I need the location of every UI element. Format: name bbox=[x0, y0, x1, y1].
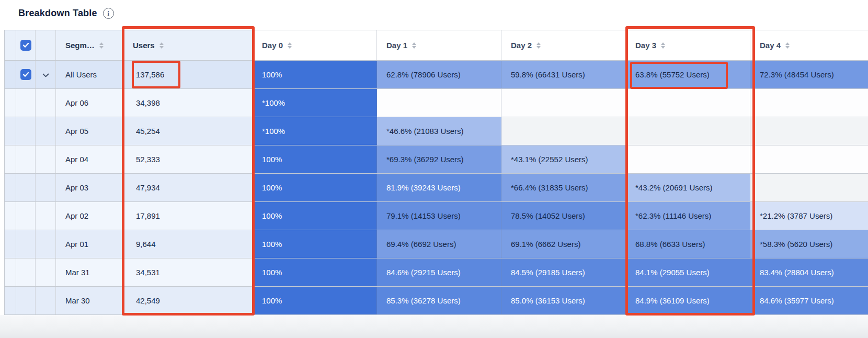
retention-cell-day0[interactable]: *100% bbox=[253, 117, 377, 145]
day2-column-header[interactable]: Day 2 bbox=[501, 30, 626, 60]
sort-icon bbox=[785, 42, 790, 49]
retention-cell-day4[interactable]: 83.4% (28804 Users) bbox=[750, 258, 868, 286]
segment-cell[interactable]: Mar 31 bbox=[56, 258, 123, 286]
row-select-cell bbox=[16, 287, 36, 314]
retention-cell-day0[interactable]: 100% bbox=[253, 287, 377, 314]
retention-cell-day0[interactable]: 100% bbox=[253, 202, 377, 230]
row-gutter bbox=[5, 145, 16, 173]
retention-cell-day0[interactable]: 100% bbox=[253, 230, 377, 258]
segment-cell[interactable]: Apr 03 bbox=[56, 174, 123, 201]
retention-cell-day3[interactable]: *62.3% (11146 Users) bbox=[626, 202, 750, 230]
day1-column-header[interactable]: Day 1 bbox=[377, 30, 501, 60]
retention-cell-day2 bbox=[501, 117, 626, 145]
row-gutter bbox=[5, 202, 16, 230]
sort-up-arrow bbox=[159, 42, 164, 45]
retention-cell-day4 bbox=[750, 117, 868, 145]
row-select-cell bbox=[16, 61, 36, 88]
retention-cell-day3[interactable]: 63.8% (55752 Users) bbox=[626, 61, 750, 88]
sort-icon bbox=[99, 42, 104, 49]
row-gutter bbox=[5, 30, 16, 60]
sort-down-arrow bbox=[785, 46, 790, 49]
row-select-cell bbox=[16, 89, 36, 117]
retention-cell-day2[interactable]: *43.1% (22552 Users) bbox=[501, 145, 626, 173]
retention-cell-day3 bbox=[626, 117, 750, 145]
retention-cell-day0[interactable]: 100% bbox=[253, 145, 377, 173]
users-cell: 9,644 bbox=[123, 230, 253, 258]
row-expand-cell bbox=[36, 145, 56, 173]
users-cell: 34,398 bbox=[123, 89, 253, 117]
retention-cell-day4[interactable]: 72.3% (48454 Users) bbox=[750, 61, 868, 88]
row-select-cell bbox=[16, 202, 36, 230]
retention-cell-day1[interactable]: *46.6% (21083 Users) bbox=[377, 117, 501, 145]
row-expand-cell bbox=[36, 230, 56, 258]
sort-up-arrow bbox=[536, 42, 541, 45]
day3-column-header[interactable]: Day 3 bbox=[626, 30, 750, 60]
retention-cell-day1[interactable]: 81.9% (39243 Users) bbox=[377, 174, 501, 201]
info-icon[interactable]: i bbox=[103, 8, 114, 19]
expand-header-cell bbox=[36, 30, 56, 60]
retention-cell-day4[interactable]: 84.6% (35977 Users) bbox=[750, 287, 868, 314]
table-row: Apr 019,644100%69.4% (6692 Users)69.1% (… bbox=[5, 230, 868, 258]
segment-cell[interactable]: Apr 04 bbox=[56, 145, 123, 173]
row-expand-cell bbox=[36, 61, 56, 88]
segment-cell[interactable]: Apr 06 bbox=[56, 89, 123, 117]
retention-cell-day0[interactable]: 100% bbox=[253, 174, 377, 201]
retention-cell-day4[interactable]: *21.2% (3787 Users) bbox=[750, 202, 868, 230]
retention-cell-day3[interactable]: *43.2% (20691 Users) bbox=[626, 174, 750, 201]
segment-cell[interactable]: Apr 02 bbox=[56, 202, 123, 230]
select-all-cell bbox=[16, 30, 36, 60]
segment-cell[interactable]: Apr 01 bbox=[56, 230, 123, 258]
row-gutter bbox=[5, 61, 16, 88]
sort-down-arrow bbox=[99, 46, 104, 49]
retention-cell-day0[interactable]: 100% bbox=[253, 258, 377, 286]
retention-cell-day1[interactable]: 84.6% (29215 Users) bbox=[377, 258, 501, 286]
sort-icon bbox=[159, 42, 164, 49]
retention-cell-day4 bbox=[750, 145, 868, 173]
sort-up-arrow bbox=[99, 42, 104, 45]
segment-column-header[interactable]: Segm… bbox=[56, 30, 123, 60]
day0-column-header[interactable]: Day 0 bbox=[253, 30, 377, 60]
retention-cell-day1[interactable]: *69.3% (36292 Users) bbox=[377, 145, 501, 173]
sort-up-arrow bbox=[412, 42, 416, 45]
retention-cell-day2[interactable]: 84.5% (29185 Users) bbox=[501, 258, 626, 286]
table-row: Apr 0452,333100%*69.3% (36292 Users)*43.… bbox=[5, 145, 868, 174]
day-header-label: Day 3 bbox=[635, 41, 656, 50]
retention-cell-day2[interactable]: 78.5% (14052 Users) bbox=[501, 202, 626, 230]
sort-down-arrow bbox=[412, 46, 416, 49]
row-checkbox[interactable] bbox=[20, 69, 31, 80]
day-header-label: Day 2 bbox=[511, 41, 532, 50]
retention-cell-day0[interactable]: 100% bbox=[253, 61, 377, 88]
retention-cell-day1[interactable]: 79.1% (14153 Users) bbox=[377, 202, 501, 230]
segment-header-label: Segm… bbox=[65, 41, 95, 50]
row-expand-cell bbox=[36, 202, 56, 230]
retention-cell-day3 bbox=[626, 89, 750, 117]
retention-cell-day3[interactable]: 84.1% (29055 Users) bbox=[626, 258, 750, 286]
row-expand-cell bbox=[36, 117, 56, 145]
retention-cell-day2[interactable]: *66.4% (31835 Users) bbox=[501, 174, 626, 201]
chevron-down-icon[interactable] bbox=[42, 70, 49, 79]
segment-cell[interactable]: Mar 30 bbox=[56, 287, 123, 314]
row-expand-cell bbox=[36, 258, 56, 286]
retention-cell-day2[interactable]: 59.8% (66431 Users) bbox=[501, 61, 626, 88]
retention-cell-day1[interactable]: 69.4% (6692 Users) bbox=[377, 230, 501, 258]
users-cell: 137,586 bbox=[123, 61, 253, 88]
select-all-checkbox[interactable] bbox=[20, 40, 31, 51]
sort-icon bbox=[661, 42, 665, 49]
segment-cell[interactable]: Apr 05 bbox=[56, 117, 123, 145]
retention-cell-day4[interactable]: *58.3% (5620 Users) bbox=[750, 230, 868, 258]
row-select-cell bbox=[16, 258, 36, 286]
retention-cell-day1[interactable]: 62.8% (78906 Users) bbox=[377, 61, 501, 88]
row-gutter bbox=[5, 287, 16, 314]
segment-cell[interactable]: All Users bbox=[56, 61, 123, 88]
retention-cell-day3[interactable]: 84.9% (36109 Users) bbox=[626, 287, 750, 314]
retention-cell-day3 bbox=[626, 145, 750, 173]
table-row: All Users137,586100%62.8% (78906 Users)5… bbox=[5, 61, 868, 89]
users-column-header[interactable]: Users bbox=[123, 30, 253, 60]
day4-column-header[interactable]: Day 4 bbox=[750, 30, 868, 60]
retention-cell-day0[interactable]: *100% bbox=[253, 89, 377, 117]
retention-cell-day2[interactable]: 69.1% (6662 Users) bbox=[501, 230, 626, 258]
retention-cell-day2[interactable]: 85.0% (36153 Users) bbox=[501, 287, 626, 314]
users-cell: 34,531 bbox=[123, 258, 253, 286]
retention-cell-day1[interactable]: 85.3% (36278 Users) bbox=[377, 287, 501, 314]
retention-cell-day3[interactable]: 68.8% (6633 Users) bbox=[626, 230, 750, 258]
